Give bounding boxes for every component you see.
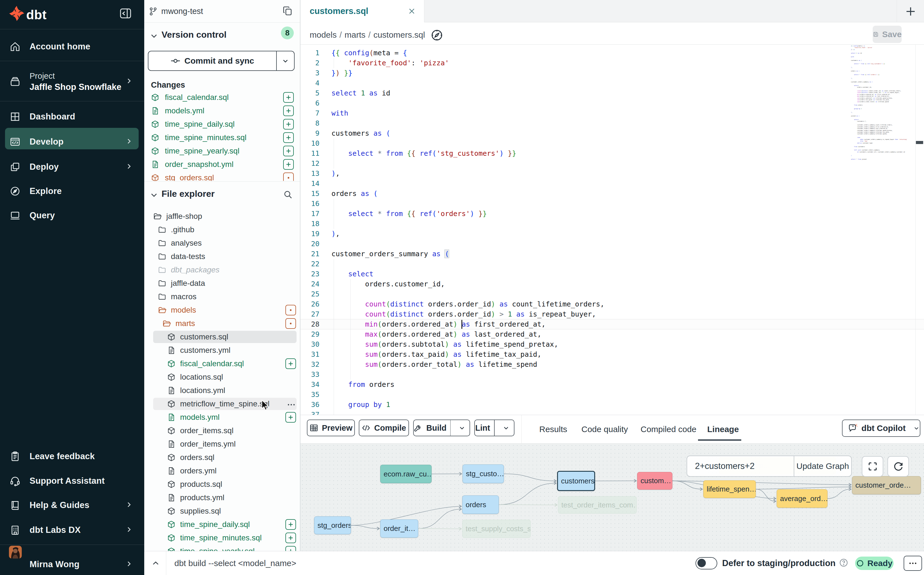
- lineage-node-stg_custo[interactable]: stg_custo…: [463, 464, 504, 483]
- stage-file-button[interactable]: [283, 159, 294, 170]
- tab-lineage[interactable]: Lineage: [707, 415, 739, 443]
- refresh-button[interactable]: [888, 456, 909, 477]
- modified-folder-marker[interactable]: [285, 305, 296, 315]
- tree-item-orders.yml[interactable]: orders.yml: [146, 465, 298, 477]
- close-tab-icon[interactable]: [408, 7, 416, 16]
- tree-item-time_spine_yearly.sql[interactable]: time_spine_yearly.sql: [146, 545, 298, 551]
- sidebar-item-dbt-labs-dx[interactable]: dbt Labs DX: [0, 518, 144, 542]
- lint-button[interactable]: Lint: [474, 419, 514, 436]
- changed-file-row[interactable]: fiscal_calendar.sql: [146, 91, 298, 103]
- dbt-logo-icon[interactable]: [9, 6, 25, 22]
- tree-item-dbt_packages[interactable]: dbt_packages: [146, 264, 298, 276]
- tree-item-marts[interactable]: marts: [146, 318, 298, 330]
- sidebar-item-query[interactable]: Query: [0, 203, 144, 228]
- stage-file-button[interactable]: [283, 119, 294, 130]
- tree-item-locations.sql[interactable]: locations.sql: [146, 371, 298, 383]
- sidebar-item-support-assistant[interactable]: Support Assistant: [0, 469, 144, 493]
- stage-file-button[interactable]: [283, 146, 294, 156]
- tree-item-customers.yml[interactable]: customers.yml: [146, 344, 298, 356]
- lineage-node-test_order[interactable]: test_order_items_com…: [558, 496, 637, 514]
- stage-file-button[interactable]: [283, 105, 294, 116]
- tree-item-time_spine_daily.sql[interactable]: time_spine_daily.sql: [146, 518, 298, 531]
- tree-item-.github[interactable]: .github: [146, 224, 298, 236]
- lineage-node-customer_orde[interactable]: customer_orde…: [852, 476, 921, 494]
- changed-file-row[interactable]: models.yml: [146, 105, 298, 117]
- changed-file-row[interactable]: time_spine_daily.sql: [146, 118, 298, 130]
- scrollbar-track[interactable]: [915, 44, 916, 415]
- tree-item-products.sql[interactable]: products.sql: [146, 478, 298, 491]
- lineage-canvas[interactable]: ecom.raw_cu…stg_custo…customerscustom…or…: [301, 443, 924, 551]
- tree-item-fiscal_calendar.sql[interactable]: fiscal_calendar.sql: [146, 357, 298, 370]
- version-control-header[interactable]: Version control 8: [144, 24, 300, 47]
- lineage-node-custom[interactable]: custom…: [637, 472, 672, 489]
- sidebar-item-develop[interactable]: Develop: [0, 130, 144, 154]
- fullscreen-button[interactable]: [862, 456, 883, 477]
- modified-file-marker[interactable]: [283, 173, 294, 181]
- tree-item-analyses[interactable]: analyses: [146, 237, 298, 249]
- changed-file-row[interactable]: order_snapshot.yml: [146, 158, 298, 170]
- command-input[interactable]: dbt build --select <model_name>: [174, 559, 296, 568]
- file-menu-icon[interactable]: [287, 400, 296, 411]
- tree-item-order_items.yml[interactable]: order_items.yml: [146, 438, 298, 450]
- lineage-node-stg_orders[interactable]: stg_orders: [314, 516, 351, 534]
- tree-item-metricflow_time_spine.sql[interactable]: metricflow_time_spine.sql: [146, 398, 298, 410]
- compile-button[interactable]: Compile: [359, 419, 409, 436]
- stage-file-button[interactable]: [283, 132, 294, 143]
- sidebar-item-user[interactable]: Mirna Wong: [0, 552, 144, 575]
- commit-and-sync-button[interactable]: Commit and sync: [148, 51, 295, 71]
- search-icon[interactable]: [283, 190, 293, 200]
- tab-code-quality[interactable]: Code quality: [582, 415, 628, 443]
- modified-folder-marker[interactable]: [285, 318, 296, 329]
- commit-options-caret[interactable]: [277, 57, 294, 65]
- stage-file-button[interactable]: [285, 532, 296, 543]
- preview-button[interactable]: Preview: [307, 419, 355, 436]
- tree-item-order_items.sql[interactable]: order_items.sql: [146, 424, 298, 437]
- tree-item-macros[interactable]: macros: [146, 291, 298, 303]
- scrollbar-thumb[interactable]: [916, 141, 923, 144]
- new-tab-icon[interactable]: [905, 5, 917, 19]
- lineage-node-average[interactable]: average_ord…: [777, 489, 827, 508]
- tree-item-orders.sql[interactable]: orders.sql: [146, 451, 298, 464]
- sidebar-item-help-guides[interactable]: Help & Guides: [0, 493, 144, 518]
- tab-customers-sql[interactable]: customers.sql: [301, 0, 424, 22]
- breadcrumb-item[interactable]: models: [310, 30, 337, 39]
- save-button[interactable]: Save: [873, 26, 902, 43]
- sidebar-item-deploy[interactable]: Deploy: [0, 155, 144, 179]
- stage-file-button[interactable]: [285, 519, 296, 530]
- changed-file-row[interactable]: time_spine_minutes.sql: [146, 132, 298, 144]
- stage-file-button[interactable]: [285, 412, 296, 423]
- expand-command-bar-icon[interactable]: [152, 559, 160, 569]
- tab-compiled-code[interactable]: Compiled code: [640, 415, 696, 443]
- more-options-button[interactable]: [903, 556, 922, 571]
- file-explorer-header[interactable]: File explorer: [144, 183, 300, 206]
- tree-item-customers.sql[interactable]: customers.sql: [146, 331, 298, 343]
- stage-file-button[interactable]: [283, 92, 294, 103]
- breadcrumb-item[interactable]: marts: [344, 30, 366, 39]
- build-button[interactable]: Build: [413, 419, 470, 436]
- code-editor[interactable]: 1{{ config(meta = {2 'favorite_food': 'p…: [301, 44, 924, 415]
- sidebar-item-account-home[interactable]: Account home: [0, 34, 144, 59]
- copy-icon[interactable]: [282, 6, 293, 17]
- lineage-node-orders[interactable]: orders: [462, 496, 499, 514]
- changed-file-row[interactable]: stg_orders.sql: [146, 172, 298, 181]
- lineage-compass-icon[interactable]: [431, 29, 443, 41]
- tree-item-models[interactable]: models: [146, 304, 298, 316]
- tree-item-jaffle-data[interactable]: jaffle-data: [146, 277, 298, 289]
- stage-file-button[interactable]: [285, 546, 296, 551]
- lineage-node-test_supply[interactable]: test_supply_costs_s…: [462, 520, 531, 538]
- tree-item-jaffle-shop[interactable]: jaffle-shop: [146, 210, 298, 222]
- lineage-node-customers[interactable]: customers: [557, 471, 595, 491]
- tree-item-data-tests[interactable]: data-tests: [146, 250, 298, 263]
- tree-item-supplies.sql[interactable]: supplies.sql: [146, 505, 298, 517]
- defer-toggle[interactable]: [696, 557, 717, 569]
- collapse-sidebar-icon[interactable]: [120, 8, 131, 19]
- lineage-node-order_it[interactable]: order_it…: [380, 519, 418, 538]
- tree-item-products.yml[interactable]: products.yml: [146, 492, 298, 504]
- branch-name[interactable]: mwong-test: [161, 7, 203, 16]
- tree-item-locations.yml[interactable]: locations.yml: [146, 384, 298, 397]
- tab-results[interactable]: Results: [539, 415, 567, 443]
- minimap[interactable]: {{ config(meta = { 'favorite_food': 'piz…: [851, 45, 915, 160]
- sidebar-item-dashboard[interactable]: Dashboard: [0, 105, 144, 129]
- tree-item-time_spine_minutes.sql[interactable]: time_spine_minutes.sql: [146, 532, 298, 544]
- update-graph-button[interactable]: Update Graph: [794, 461, 851, 471]
